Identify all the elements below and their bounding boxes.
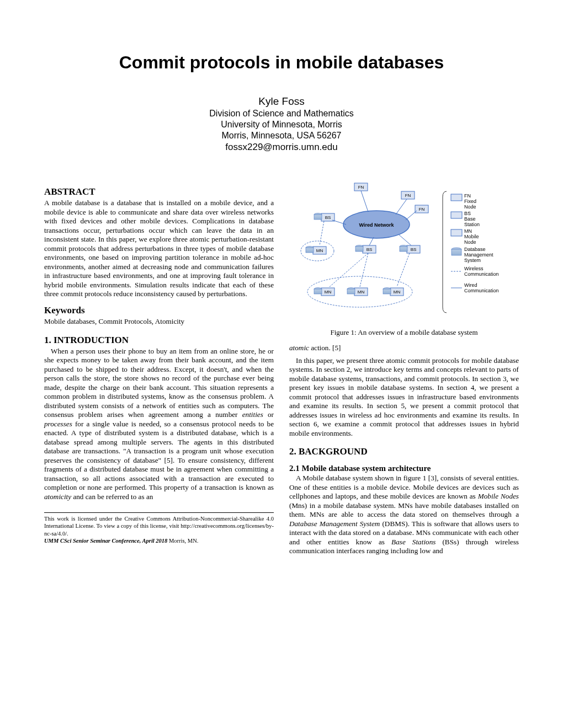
svg-text:Wired: Wired [464,282,477,288]
author-affil-3: Morris, Minnesota, USA 56267 [44,130,519,141]
svg-text:MN: MN [394,290,401,295]
bg-para-1: A Mobile database system shown in figure… [289,474,519,556]
intro-text-or: or [263,410,274,419]
conference-name: UMM CSci Senior Seminar Conference, Apri… [44,538,167,544]
intro-para-1: When a person uses their phone to buy an… [44,347,274,502]
figure-1-caption: Figure 1: An overview of a mobile databa… [289,328,519,337]
bg-em-dbms: Database Management System [289,520,380,528]
svg-text:MN: MN [316,248,323,253]
background-heading: 2. BACKGROUND [289,446,519,457]
svg-text:BS: BS [411,247,417,252]
figure-1-svg: Wired Network FN FN FN BS BS BS [291,180,517,324]
intro-text-c: and can be referred to as an [71,493,153,501]
svg-text:FN: FN [405,193,411,198]
svg-line-7 [361,191,368,212]
svg-rect-32 [314,289,322,294]
svg-rect-21 [400,247,407,251]
author-name: Kyle Foss [44,95,519,108]
keywords-heading: Keywords [44,304,274,316]
svg-line-42 [330,253,368,287]
svg-line-8 [396,199,407,215]
svg-rect-17 [355,247,363,251]
intro-em-atomicity: atomicity [44,493,71,501]
svg-text:Management: Management [464,252,493,258]
license-footnote: This work is licensed under the Creative… [44,512,274,544]
author-block: Kyle Foss Division of Science and Mathem… [44,95,519,153]
col2-text-action: action. [5] [309,344,341,352]
author-email: fossx229@morris.umn.edu [44,141,519,153]
intro-em-processes: processes [44,420,72,428]
col2-atomic-line: atomic action. [5] [289,344,519,353]
svg-text:BS: BS [464,211,471,216]
svg-rect-28 [306,248,314,253]
svg-text:BS: BS [325,215,331,220]
svg-text:Fixed: Fixed [464,199,476,204]
svg-line-43 [360,253,368,287]
svg-text:Communication: Communication [464,271,499,277]
svg-rect-36 [347,289,355,294]
intro-text-a: When a person uses their phone to buy an… [44,347,274,419]
svg-text:Base: Base [464,216,476,222]
col2-em-atomic: atomic [289,344,309,352]
svg-rect-51 [451,212,462,218]
keywords-text: Mobile databases, Commit Protocols, Atom… [44,317,274,326]
author-affil-2: University of Minnesota, Morris [44,119,519,130]
license-text: This work is licensed under the Creative… [44,515,274,537]
svg-text:System: System [464,258,481,263]
svg-text:Station: Station [464,222,480,227]
svg-line-9 [406,211,417,220]
svg-text:Wireless: Wireless [464,266,484,271]
svg-rect-55 [451,229,462,236]
svg-rect-13 [314,215,322,220]
bg-em-mobile-nodes: Mobile Nodes [478,492,519,500]
abstract-text: A mobile database is a database that is … [44,199,274,299]
intro-text-b: for a single value is needed, so a conse… [44,420,274,492]
svg-text:FN: FN [358,185,364,190]
svg-text:Node: Node [464,204,476,210]
bg-subheading-2-1: 2.1 Mobile database system architecture [289,463,519,474]
svg-line-24 [399,234,411,245]
svg-rect-47 [451,194,462,201]
svg-text:MN: MN [464,228,472,234]
svg-rect-60 [452,249,461,255]
svg-rect-40 [383,289,391,294]
fig-legend: FNFixedNode BSBaseStation MNMobileNode D… [443,191,499,313]
svg-text:Node: Node [464,239,476,245]
svg-text:FN: FN [464,193,471,199]
svg-text:MN: MN [358,290,365,295]
paper-title: Commit protocols in mobile databases [44,52,519,73]
svg-text:Communication: Communication [464,288,499,293]
svg-text:FN: FN [419,207,425,212]
abstract-heading: ABSTRACT [44,186,274,197]
fig-label-wired: Wired Network [359,222,395,228]
conference-loc: Morris, MN. [167,538,198,544]
intro-heading: 1. INTRODUCTION [44,334,274,346]
bg-em-base-stations: Base Stations [391,538,435,546]
fig-mn-group: MN MN MN MN [306,247,403,296]
figure-1: Wired Network FN FN FN BS BS BS [289,180,519,337]
svg-text:Mobile: Mobile [464,234,479,239]
intro-para-2: In this paper, we present three atomic c… [289,356,519,438]
svg-line-44 [397,253,410,287]
body-columns: ABSTRACT A mobile database is a database… [44,180,519,559]
author-affil-1: Division of Science and Mathematics [44,108,519,119]
bg-text-b: (Mns) in a mobile database system. MNs h… [289,501,519,519]
svg-text:MN: MN [325,290,332,295]
conference-line: UMM CSci Senior Seminar Conference, Apri… [44,537,274,544]
svg-text:Database: Database [464,247,486,252]
svg-text:BS: BS [367,247,373,252]
intro-em-entities: entities [242,410,263,419]
